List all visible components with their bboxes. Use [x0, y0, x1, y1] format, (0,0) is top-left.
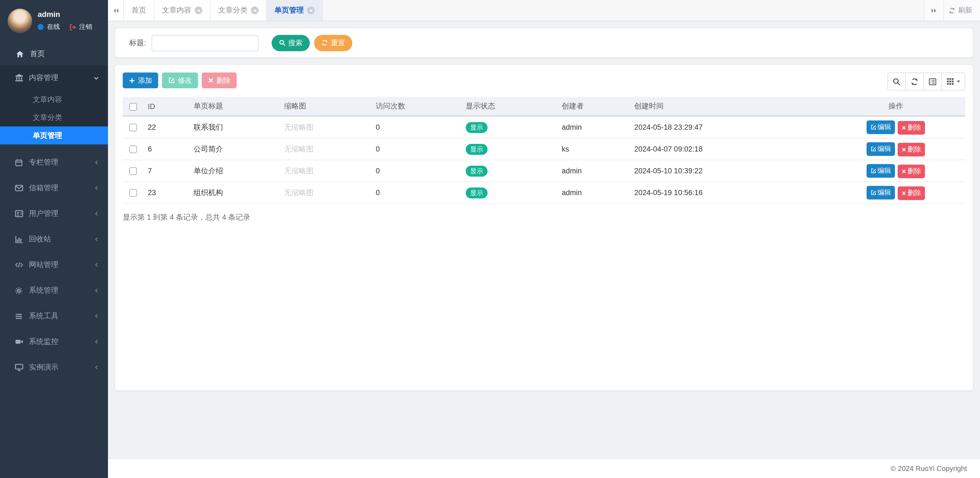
row-edit-label: 编辑 [878, 144, 891, 153]
select-all-checkbox[interactable] [129, 103, 137, 110]
row-delete-button[interactable]: 删除 [898, 143, 925, 156]
cell-created-at: 2024-05-19 10:56:16 [630, 182, 826, 203]
row-delete-label: 删除 [907, 123, 921, 132]
row-edit-button[interactable]: 编辑 [867, 120, 895, 134]
sidebar-item-content-management[interactable]: 内容管理 [0, 65, 108, 91]
row-delete-button[interactable]: 删除 [898, 186, 925, 200]
x-icon [208, 78, 214, 83]
sidebar-item-user-management[interactable]: 用户管理 [0, 201, 108, 226]
sidebar-item-mailbox-management[interactable]: 信箱管理 [0, 176, 108, 200]
sidebar-item-label: 用户管理 [29, 209, 88, 219]
close-icon[interactable] [307, 6, 315, 14]
tabs-scroll-right-button[interactable] [924, 0, 943, 21]
delete-button-disabled[interactable]: 删除 [202, 73, 237, 88]
title-search-input[interactable] [152, 35, 258, 51]
table-row: 6 公司简介 无缩略图 0 显示 ks 2024-04-07 09:02:18 … [123, 138, 965, 160]
add-button[interactable]: 添加 [123, 73, 158, 88]
search-button[interactable]: 搜索 [272, 35, 310, 51]
row-delete-label: 删除 [907, 145, 921, 154]
main-area: 首页 文章内容 文章分类 单页管理 刷新 标题: [108, 0, 980, 478]
sidebar-item-home[interactable]: 首页 [0, 43, 108, 65]
tab-label: 单页管理 [274, 5, 304, 15]
refresh-tab-button[interactable]: 刷新 [943, 0, 980, 21]
row-delete-button[interactable]: 删除 [898, 164, 925, 178]
row-edit-button[interactable]: 编辑 [867, 186, 895, 199]
show-search-button[interactable] [887, 73, 906, 91]
sidebar-item-system-management[interactable]: 系统管理 [0, 278, 108, 303]
sidebar-item-system-tools[interactable]: 系统工具 [0, 303, 108, 329]
edit-icon [870, 124, 877, 130]
row-checkbox[interactable] [129, 189, 137, 197]
tab-home[interactable]: 首页 [124, 0, 154, 21]
close-icon[interactable] [195, 6, 202, 14]
edit-icon [870, 168, 877, 174]
sidebar-item-system-monitor[interactable]: 系统监控 [0, 329, 108, 354]
tab-bar: 首页 文章内容 文章分类 单页管理 刷新 [108, 0, 980, 21]
cell-title: 公司简介 [189, 138, 280, 160]
x-icon [902, 147, 906, 152]
tab-single-page[interactable]: 单页管理 [267, 0, 323, 21]
home-icon [15, 50, 25, 58]
video-icon [14, 337, 24, 346]
table-panel: 添加 修改 删除 [115, 64, 974, 391]
edit-button-label: 修改 [178, 76, 192, 85]
x-icon [902, 191, 906, 195]
online-status-label: 在线 [47, 22, 60, 32]
status-badge[interactable]: 显示 [466, 187, 488, 198]
caret-down-icon [956, 79, 961, 84]
chevron-left-icon [94, 365, 99, 370]
sidebar-subitem-single-page[interactable]: 单页管理 [0, 127, 108, 145]
row-delete-button[interactable]: 删除 [898, 121, 925, 134]
status-badge[interactable]: 显示 [466, 165, 488, 176]
reset-button[interactable]: 重置 [314, 35, 352, 51]
table-row: 23 组织机构 无缩略图 0 显示 admin 2024-05-19 10:56… [123, 182, 965, 203]
tab-article-category[interactable]: 文章分类 [210, 0, 267, 21]
status-badge[interactable]: 显示 [466, 122, 488, 133]
refresh-table-button[interactable] [905, 73, 924, 91]
status-badge[interactable]: 显示 [466, 144, 488, 154]
row-checkbox[interactable] [129, 167, 137, 175]
sidebar-item-website-management[interactable]: 网站管理 [0, 252, 108, 278]
tab-bar-spacer [323, 0, 924, 21]
code-icon [14, 260, 24, 269]
bars-icon [14, 312, 24, 320]
sidebar-item-demo[interactable]: 实例演示 [0, 355, 108, 380]
columns-button[interactable] [941, 73, 965, 91]
cell-visits: 0 [371, 116, 461, 138]
cell-id: 22 [143, 116, 189, 138]
sidebar-subitem-article-content[interactable]: 文章内容 [0, 91, 108, 108]
sidebar-item-column-management[interactable]: 专栏管理 [0, 150, 108, 175]
search-icon [279, 39, 286, 46]
sidebar-item-label: 内容管理 [29, 73, 88, 83]
column-header-actions: 操作 [826, 97, 965, 116]
tab-label: 文章内容 [162, 5, 191, 15]
sidebar-item-recycle-bin[interactable]: 回收站 [0, 227, 108, 252]
edit-button-disabled[interactable]: 修改 [162, 73, 198, 88]
close-icon[interactable] [251, 6, 258, 14]
cell-thumbnail: 无缩略图 [280, 138, 371, 160]
tab-article-content[interactable]: 文章内容 [154, 0, 210, 21]
row-checkbox[interactable] [129, 146, 137, 153]
row-edit-button[interactable]: 编辑 [867, 164, 895, 178]
row-edit-label: 编辑 [878, 188, 891, 197]
sidebar: admin 在线 注销 首页 内容管理 [0, 0, 108, 478]
logout-button[interactable]: 注销 [68, 22, 92, 32]
copyright-text: © 2024 RuoYi Copyright [891, 464, 967, 473]
tabs-scroll-left-button[interactable] [108, 0, 124, 21]
online-dot [38, 24, 44, 30]
row-edit-button[interactable]: 编辑 [867, 142, 895, 156]
table-row: 7 单位介绍 无缩略图 0 显示 admin 2024-05-10 10:39:… [123, 160, 965, 182]
sidebar-item-label: 系统监控 [29, 337, 88, 347]
chevron-left-icon [94, 211, 99, 216]
cell-creator: admin [557, 182, 630, 203]
column-header-thumbnail: 缩略图 [280, 97, 371, 116]
cell-visits: 0 [371, 182, 461, 203]
user-meta: admin 在线 注销 [38, 9, 92, 32]
sidebar-item-label: 实例演示 [29, 362, 88, 372]
sidebar-subitem-article-category[interactable]: 文章分类 [0, 108, 108, 127]
app-window: admin 在线 注销 首页 内容管理 [0, 0, 980, 478]
column-header-id: ID [143, 97, 189, 116]
row-checkbox[interactable] [129, 124, 137, 131]
toggle-view-button[interactable] [923, 73, 942, 91]
sidebar-item-label: 系统管理 [29, 286, 88, 295]
